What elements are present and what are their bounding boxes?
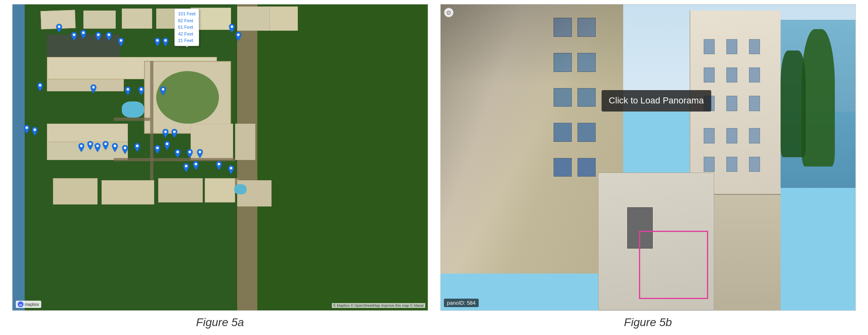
figure-5a-caption: Figure 5a	[12, 314, 428, 331]
svg-point-12	[127, 88, 129, 91]
svg-point-1	[73, 34, 75, 36]
svg-point-6	[156, 39, 159, 42]
figure-5b-wrapper: Click to Load Panorama panoID: 584 ⊙	[440, 4, 856, 311]
sv-control-icon: ⊙	[446, 9, 451, 16]
pano-id-badge: panoID: 584	[444, 299, 479, 307]
map-marker[interactable]	[162, 38, 169, 46]
map-marker[interactable]	[186, 149, 193, 158]
svg-point-26	[164, 131, 167, 133]
map-marker[interactable]	[111, 143, 119, 152]
svg-point-11	[92, 86, 95, 88]
map-marker[interactable]	[117, 38, 125, 46]
svg-point-31	[185, 165, 187, 167]
tooltip-link-101[interactable]: 101 Feet	[178, 11, 195, 17]
map-marker[interactable]	[36, 82, 44, 91]
sv-main-tall-building	[441, 4, 623, 274]
figure-5a-wrapper: 101 Feet 82 Feet 61 Feet 42 Feet 21 Feet	[12, 4, 428, 311]
map-marker[interactable]	[138, 86, 145, 95]
svg-point-24	[156, 147, 159, 149]
svg-point-14	[162, 88, 164, 91]
svg-point-15	[25, 126, 28, 129]
mapbox-copyright: © Mapbox © OpenStreetMap Improve this ma…	[332, 303, 425, 308]
map-marker[interactable]	[159, 86, 167, 95]
map-marker[interactable]	[55, 24, 63, 33]
marker-tooltip: 101 Feet 82 Feet 61 Feet 42 Feet 21 Feet	[174, 8, 199, 46]
svg-point-29	[189, 151, 191, 153]
tooltip-link-82[interactable]: 82 Feet	[178, 17, 195, 24]
map-marker[interactable]	[134, 143, 141, 152]
captions-row: Figure 5a Figure 5b	[0, 311, 868, 335]
map-marker[interactable]	[70, 32, 78, 41]
svg-point-27	[173, 131, 176, 133]
sv-rooftop-area	[598, 173, 714, 310]
svg-point-25	[166, 143, 168, 145]
svg-point-34	[230, 167, 232, 169]
svg-point-16	[34, 129, 36, 131]
svg-point-28	[176, 151, 179, 153]
svg-point-2	[82, 32, 85, 34]
map-marker[interactable]	[121, 145, 129, 154]
svg-point-10	[39, 84, 41, 86]
svg-point-4	[108, 34, 110, 36]
sv-control-button[interactable]: ⊙	[444, 8, 454, 17]
mapbox-attribution: m mapbox	[16, 301, 41, 308]
svg-point-9	[237, 34, 240, 36]
map-marker[interactable]	[105, 32, 112, 41]
map-marker[interactable]	[102, 141, 109, 150]
map-marker[interactable]	[23, 125, 30, 134]
map-marker[interactable]	[162, 129, 169, 138]
street-scene: Click to Load Panorama panoID: 584 ⊙	[441, 4, 856, 310]
map-marker[interactable]	[171, 129, 178, 138]
tooltip-link-42[interactable]: 42 Feet	[178, 31, 195, 38]
map-marker[interactable]	[227, 165, 235, 174]
figure-5b-caption: Figure 5b	[440, 314, 856, 331]
figures-container: 101 Feet 82 Feet 61 Feet 42 Feet 21 Feet	[0, 0, 868, 311]
tooltip-link-21[interactable]: 21 Feet	[178, 37, 195, 44]
map-marker[interactable]	[154, 38, 161, 46]
svg-point-32	[195, 163, 197, 165]
map-marker[interactable]	[163, 141, 171, 150]
map-marker[interactable]	[215, 161, 223, 170]
svg-point-0	[58, 25, 60, 28]
map-marker[interactable]	[174, 149, 181, 158]
map-marker[interactable]	[31, 127, 38, 136]
svg-text:m: m	[19, 303, 22, 307]
svg-point-19	[96, 145, 99, 147]
svg-point-3	[97, 34, 100, 36]
map-marker[interactable]	[154, 145, 161, 154]
map-marker[interactable]	[228, 24, 236, 33]
street-view-container[interactable]: Click to Load Panorama panoID: 584 ⊙	[440, 4, 856, 311]
svg-point-20	[104, 143, 107, 145]
map-container[interactable]: 101 Feet 82 Feet 61 Feet 42 Feet 21 Feet	[12, 4, 428, 311]
svg-point-18	[89, 143, 91, 145]
svg-point-7	[164, 39, 167, 42]
svg-point-5	[120, 39, 122, 42]
svg-point-30	[199, 151, 201, 153]
svg-point-33	[218, 163, 220, 165]
map-marker[interactable]	[87, 141, 94, 150]
satellite-map: 101 Feet 82 Feet 61 Feet 42 Feet 21 Feet	[13, 4, 428, 310]
map-marker[interactable]	[78, 143, 85, 152]
svg-point-8	[231, 25, 233, 28]
map-marker[interactable]	[124, 86, 132, 95]
tooltip-link-61[interactable]: 61 Feet	[178, 24, 195, 31]
mapbox-logo: m	[18, 301, 23, 307]
svg-point-22	[124, 147, 126, 149]
map-marker[interactable]	[235, 32, 242, 41]
svg-point-23	[136, 145, 138, 147]
sv-roof-marking	[639, 231, 708, 299]
map-marker[interactable]	[80, 30, 87, 39]
sv-tree-bg-2	[781, 51, 806, 158]
click-to-load-panorama[interactable]: Click to Load Panorama	[601, 90, 711, 112]
map-marker[interactable]	[192, 161, 199, 170]
map-marker[interactable]	[196, 149, 204, 158]
map-marker[interactable]	[94, 143, 101, 152]
svg-point-21	[114, 145, 116, 147]
svg-point-13	[140, 88, 142, 91]
svg-point-17	[80, 145, 83, 147]
map-marker[interactable]	[90, 84, 97, 93]
map-marker[interactable]	[183, 163, 190, 172]
sv-tree-bg	[802, 29, 835, 167]
map-marker[interactable]	[95, 32, 102, 41]
mapbox-label: mapbox	[25, 302, 39, 307]
